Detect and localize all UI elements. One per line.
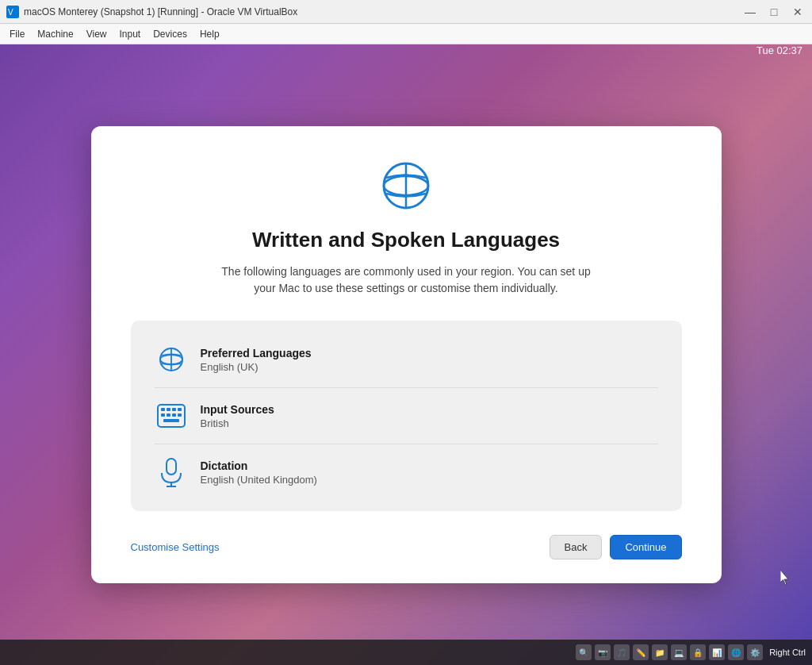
dialog-title: Written and Spoken Languages xyxy=(131,228,682,252)
customise-settings-button[interactable]: Customise Settings xyxy=(131,541,220,553)
menu-machine[interactable]: Machine xyxy=(31,26,79,42)
taskbar-item-5[interactable]: 📁 xyxy=(652,644,668,660)
svg-rect-13 xyxy=(161,413,165,417)
app-icon: V xyxy=(6,6,19,18)
dialog-subtitle: The following languages are commonly use… xyxy=(216,263,596,297)
taskbar-item-7[interactable]: 🔒 xyxy=(690,644,706,660)
svg-rect-10 xyxy=(167,408,170,411)
menubar: File Machine View Input Devices Help xyxy=(0,24,812,44)
language-dialog: Written and Spoken Languages The followi… xyxy=(91,126,722,583)
restore-button[interactable]: □ xyxy=(763,3,785,21)
input-sources-text: Input Sources British xyxy=(201,403,274,429)
preferred-languages-value: English (UK) xyxy=(201,361,312,373)
globe-icon-wrap xyxy=(131,158,682,213)
dictation-label: Dictation xyxy=(201,459,317,472)
dialog-footer: Customise Settings Back Continue xyxy=(131,535,682,559)
taskbar-item-9[interactable]: 🌐 xyxy=(728,644,744,660)
right-ctrl-label: Right Ctrl xyxy=(769,648,806,657)
footer-buttons: Back Continue xyxy=(550,535,682,559)
globe-icon xyxy=(378,158,434,213)
svg-text:V: V xyxy=(8,8,13,17)
taskbar-search[interactable]: 🔍 xyxy=(576,644,592,660)
taskbar-item-6[interactable]: 💻 xyxy=(671,644,687,660)
dictation-value: English (United Kingdom) xyxy=(201,474,317,486)
close-button[interactable]: ✕ xyxy=(787,3,809,21)
svg-rect-15 xyxy=(172,413,176,417)
svg-rect-9 xyxy=(161,408,165,411)
menu-view[interactable]: View xyxy=(80,26,113,42)
taskbar-item-10[interactable]: ⚙️ xyxy=(747,644,763,660)
svg-rect-11 xyxy=(172,408,176,411)
dictation-text: Dictation English (United Kingdom) xyxy=(201,459,317,486)
window-controls: ― □ ✕ xyxy=(739,3,809,21)
svg-rect-18 xyxy=(167,459,176,475)
input-sources-row: Input Sources British xyxy=(155,388,658,444)
menu-file[interactable]: File xyxy=(3,26,31,42)
window-title: macOS Monterey (Snapshot 1) [Running] - … xyxy=(24,6,739,17)
dictation-row: Dictation English (United Kingdom) xyxy=(155,444,658,500)
menu-input[interactable]: Input xyxy=(113,26,147,42)
svg-rect-16 xyxy=(178,413,182,417)
dictation-icon xyxy=(155,456,188,489)
input-sources-value: British xyxy=(201,417,274,429)
taskbar: 🔍 📷 🎵 ✏️ 📁 💻 🔒 📊 🌐 ⚙️ Right Ctrl xyxy=(0,640,812,665)
settings-area: Preferred Languages English (UK) xyxy=(131,321,682,511)
taskbar-item-4[interactable]: ✏️ xyxy=(633,644,649,660)
back-button[interactable]: Back xyxy=(550,535,603,559)
menu-help[interactable]: Help xyxy=(193,26,226,42)
minimize-button[interactable]: ― xyxy=(739,3,761,21)
taskbar-item-3[interactable]: 🎵 xyxy=(614,644,630,660)
svg-rect-12 xyxy=(178,408,182,411)
preferred-languages-row: Preferred Languages English (UK) xyxy=(155,332,658,388)
taskbar-item-8[interactable]: 📊 xyxy=(709,644,725,660)
svg-rect-17 xyxy=(163,419,179,422)
svg-rect-14 xyxy=(167,413,170,417)
preferred-languages-text: Preferred Languages English (UK) xyxy=(201,347,312,373)
preferred-languages-icon xyxy=(155,343,188,376)
input-sources-icon xyxy=(155,399,188,432)
preferred-languages-label: Preferred Languages xyxy=(201,347,312,359)
menu-devices[interactable]: Devices xyxy=(147,26,193,42)
continue-button[interactable]: Continue xyxy=(610,535,681,559)
input-sources-label: Input Sources xyxy=(201,403,274,416)
taskbar-item-2[interactable]: 📷 xyxy=(595,644,611,660)
vm-screen: Written and Spoken Languages The followi… xyxy=(0,44,812,665)
titlebar: V macOS Monterey (Snapshot 1) [Running] … xyxy=(0,0,812,24)
